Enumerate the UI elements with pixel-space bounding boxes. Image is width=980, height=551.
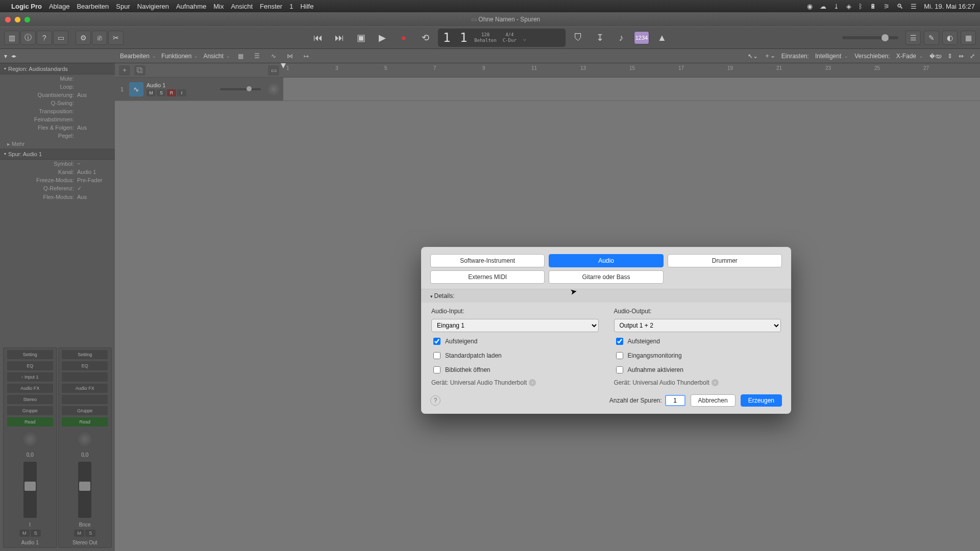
automation-slot[interactable]: Read	[7, 417, 53, 427]
eq-slot[interactable]: EQ	[62, 361, 108, 370]
replace-mode[interactable]: ⛉	[570, 31, 587, 45]
menu-ansicht[interactable]: Ansicht	[231, 3, 253, 10]
cycle-button[interactable]: ⟲	[416, 31, 434, 45]
help-button[interactable]: ?	[430, 395, 440, 406]
cloud-down-icon[interactable]: ⤓	[834, 3, 839, 10]
inspector-toggle[interactable]: ⓘ	[20, 31, 36, 45]
browsers-toggle[interactable]: ▦	[961, 31, 976, 45]
inspector-more[interactable]: ▸ Mehr	[0, 140, 115, 148]
setting-slot[interactable]: Setting	[7, 350, 53, 359]
group-slot[interactable]: Gruppe	[7, 406, 53, 415]
output-slot[interactable]	[62, 395, 108, 404]
bar-ruler[interactable]: 13579111315171921232527	[283, 63, 980, 77]
automation-slot[interactable]: Read	[62, 417, 108, 427]
tab-external-midi[interactable]: Externes MIDI	[430, 270, 545, 284]
rewind-button[interactable]: ⏮	[309, 31, 327, 45]
output-slot[interactable]: Stereo	[7, 395, 53, 404]
track-header[interactable]: 1 ∿ Audio 1 M S R I	[115, 78, 283, 101]
lcd-display[interactable]: 1 1 120Behalten 4/4C-Dur ⌄	[438, 29, 566, 47]
control-center-icon[interactable]: ☰	[911, 3, 917, 10]
smart-controls-toggle[interactable]: ⚙	[76, 31, 91, 45]
global-tracks-button[interactable]: ▭	[268, 65, 279, 76]
track-volume-slider[interactable]	[220, 88, 261, 90]
inspector-row[interactable]: Flex & Folgen:Aus	[0, 123, 115, 132]
input-slot[interactable]: ◦Input 1	[7, 372, 53, 382]
track-name[interactable]: Audio 1	[146, 82, 186, 88]
output-device-arrow-icon[interactable]: ›	[712, 379, 719, 386]
track-input-monitor[interactable]: I	[177, 89, 186, 96]
chk-open-library[interactable]: Bibliothek öffnen	[431, 365, 599, 375]
region-inspector-header[interactable]: ▾Region: Audiostandards	[0, 63, 115, 74]
create-button[interactable]: Erzeugen	[741, 394, 782, 407]
menu-fenster[interactable]: Fenster	[260, 3, 282, 10]
inspector-row[interactable]: Freeze-Modus:Pre-Fader	[0, 176, 115, 184]
solo-button[interactable]: S	[85, 530, 95, 537]
battery-icon[interactable]: 🔋︎	[870, 3, 876, 10]
track-mute[interactable]: M	[146, 89, 156, 96]
functions-menu[interactable]: Funktionen	[161, 53, 198, 60]
inspector-row[interactable]: Feinabstimmen:	[0, 115, 115, 123]
pan-knob[interactable]	[76, 431, 93, 448]
input-slot[interactable]	[62, 372, 108, 382]
grid-view-icon[interactable]: ▦	[235, 51, 247, 61]
list-view-icon[interactable]: ☰	[252, 51, 263, 61]
bluetooth-icon[interactable]: ᛒ	[859, 3, 863, 10]
track-count-input[interactable]	[665, 395, 685, 406]
metronome-button[interactable]: ▲	[653, 31, 671, 45]
autopunch-mode[interactable]: ↧	[591, 31, 608, 45]
record-status-icon[interactable]: ◉	[807, 3, 813, 10]
inspector-row[interactable]: Transposition:	[0, 107, 115, 115]
menu-aufnahme[interactable]: Aufnahme	[176, 3, 206, 10]
hzoom-icon[interactable]: ⇔	[959, 53, 964, 60]
group-slot[interactable]: Gruppe	[62, 406, 108, 415]
library-toggle[interactable]: ▥	[4, 31, 19, 45]
wifi-icon[interactable]: ⚞	[884, 3, 890, 10]
count-in-button[interactable]: 1234	[634, 31, 649, 44]
add-track-button[interactable]: ＋	[119, 65, 130, 76]
inspector-row[interactable]: Symbol:~	[0, 160, 115, 168]
setting-slot[interactable]: Setting	[62, 350, 108, 359]
inspector-row[interactable]: Pegel:	[0, 132, 115, 140]
menu-spur[interactable]: Spur	[116, 3, 130, 10]
notepad-toggle[interactable]: ✎	[924, 31, 939, 45]
snap-mode-select[interactable]: Intelligent	[815, 53, 848, 60]
view-menu[interactable]: Ansicht	[203, 53, 230, 60]
details-disclosure[interactable]: Details:	[421, 289, 791, 303]
menu-ablage[interactable]: Ablage	[49, 3, 69, 10]
cloud-icon[interactable]: ☁	[820, 3, 826, 10]
mute-button[interactable]: M	[74, 530, 84, 537]
inspector-collapse-icon[interactable]: ▾	[4, 53, 7, 60]
stop-button[interactable]: ▣	[352, 31, 370, 45]
bounce-label[interactable]: Bnce	[79, 522, 91, 528]
tab-software-instrument[interactable]: Software-Instrument	[430, 254, 545, 267]
loops-browser-toggle[interactable]: ◐	[942, 31, 958, 45]
eq-slot[interactable]: EQ	[7, 361, 53, 370]
pan-knob[interactable]	[21, 431, 39, 448]
chk-load-default-patch[interactable]: Standardpatch laden	[431, 350, 599, 361]
cancel-button[interactable]: Abbrechen	[691, 394, 736, 407]
chk-record-enable[interactable]: Aufnahme aktivieren	[614, 365, 781, 375]
close-window[interactable]	[5, 17, 11, 22]
master-volume-slider[interactable]	[842, 36, 898, 39]
inspector-row[interactable]: Loop:	[0, 83, 115, 91]
alt-tool-icon[interactable]: ＋⌄	[764, 52, 775, 60]
zoom-window[interactable]	[24, 17, 30, 22]
tuner-button[interactable]: ♪	[612, 31, 630, 45]
track-lane[interactable]	[283, 78, 980, 101]
drag-mode-select[interactable]: X-Fade	[896, 53, 923, 60]
menubar-clock[interactable]: Mi. 19. Mai 16:27	[924, 3, 975, 10]
pointer-tool-icon[interactable]: ↖⌄	[748, 53, 758, 60]
tab-audio[interactable]: Audio	[549, 254, 663, 267]
track-inspector-header[interactable]: ▾Spur: Audio 1	[0, 148, 115, 160]
mute-button[interactable]: M	[19, 530, 30, 537]
volume-fader[interactable]	[78, 462, 91, 518]
tab-drummer[interactable]: Drummer	[668, 254, 782, 267]
menu-1[interactable]: 1	[289, 3, 293, 10]
forward-button[interactable]: ⏭	[331, 31, 348, 45]
play-button[interactable]: ▶	[374, 31, 391, 45]
track-icon[interactable]: ∿	[129, 82, 143, 96]
quickhelp-toggle[interactable]: ?	[37, 31, 52, 45]
inspector-row[interactable]: Flex-Modus:Aus	[0, 193, 115, 201]
menu-mix[interactable]: Mix	[213, 3, 224, 10]
toolbar-toggle[interactable]: ▭	[53, 31, 68, 45]
